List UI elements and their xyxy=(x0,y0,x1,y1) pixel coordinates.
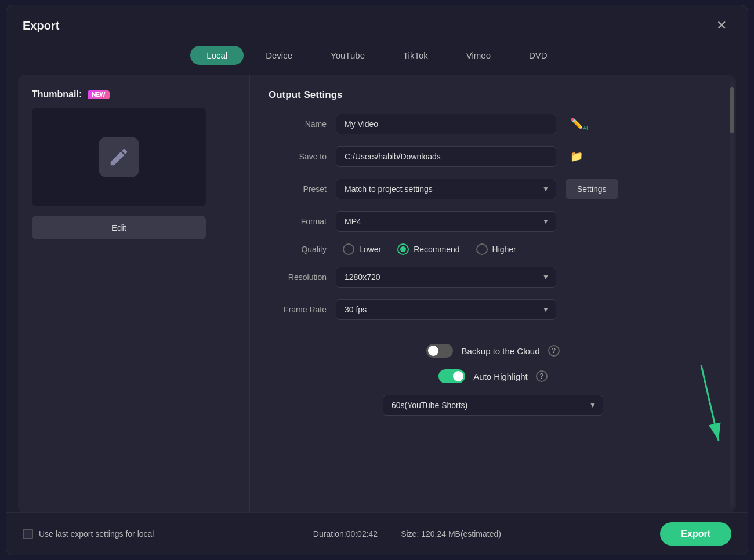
format-select[interactable]: MP4 MOV AVI xyxy=(336,211,556,232)
thumbnail-icon-bg xyxy=(99,137,139,177)
name-label: Name xyxy=(269,119,327,129)
scrollbar-track xyxy=(730,81,734,507)
close-button[interactable]: ✕ xyxy=(712,16,731,35)
autohighlight-row: Auto Highlight ? xyxy=(269,369,717,383)
tab-vimeo[interactable]: Vimeo xyxy=(450,46,507,65)
preset-row: Preset Match to project settings ▼ Setti… xyxy=(269,179,717,199)
quality-higher-option[interactable]: Higher xyxy=(476,243,516,255)
quality-radio-group: Lower Recommend Higher xyxy=(343,243,516,255)
format-row: Format MP4 MOV AVI ▼ xyxy=(269,211,717,232)
export-button[interactable]: Export xyxy=(660,522,731,546)
preset-label: Preset xyxy=(269,184,327,194)
framerate-select[interactable]: 30 fps 24 fps 60 fps xyxy=(336,299,556,320)
dialog-body: Thumbnail: NEW Edit Output Settings Name… xyxy=(18,75,736,512)
dialog-title: Export xyxy=(23,19,59,32)
tab-tiktok[interactable]: TikTok xyxy=(387,46,444,65)
framerate-select-wrap: 30 fps 24 fps 60 fps ▼ xyxy=(336,299,556,320)
thumbnail-text: Thumbnail: xyxy=(32,89,82,100)
edit-button[interactable]: Edit xyxy=(32,216,206,239)
quality-lower-option[interactable]: Lower xyxy=(343,243,381,255)
backup-help-icon[interactable]: ? xyxy=(548,345,560,357)
resolution-select[interactable]: 1280x720 1920x1080 3840x2160 xyxy=(336,267,556,288)
scrollbar-thumb[interactable] xyxy=(730,87,734,133)
tab-device[interactable]: Device xyxy=(249,46,309,65)
preset-select-wrap: Match to project settings ▼ xyxy=(336,179,556,199)
quality-recommend-option[interactable]: Recommend xyxy=(397,243,459,255)
framerate-label: Frame Rate xyxy=(269,305,327,314)
new-badge: NEW xyxy=(88,90,109,99)
autohighlight-toggle[interactable] xyxy=(438,369,465,383)
format-select-wrap: MP4 MOV AVI ▼ xyxy=(336,211,556,232)
dialog-header: Export ✕ xyxy=(6,5,748,35)
output-settings-title: Output Settings xyxy=(269,89,717,101)
last-settings-label: Use last export settings for local xyxy=(39,529,154,539)
quality-higher-radio[interactable] xyxy=(476,243,488,255)
quality-row: Quality Lower Recommend Higher xyxy=(269,243,717,255)
resolution-row: Resolution 1280x720 1920x1080 3840x2160 … xyxy=(269,267,717,288)
name-row: Name ✏️AI xyxy=(269,114,717,134)
backup-toggle[interactable] xyxy=(426,344,453,358)
settings-button[interactable]: Settings xyxy=(566,179,618,199)
resolution-select-wrap: 1280x720 1920x1080 3840x2160 ▼ xyxy=(336,267,556,288)
resolution-label: Resolution xyxy=(269,272,327,282)
format-label: Format xyxy=(269,217,327,226)
name-input[interactable] xyxy=(336,114,556,134)
dialog-footer: Use last export settings for local Durat… xyxy=(6,512,748,555)
preset-select[interactable]: Match to project settings xyxy=(336,179,556,199)
backup-toggle-knob xyxy=(428,346,438,356)
quality-label: Quality xyxy=(269,245,327,254)
thumbnail-section-label: Thumbnail: NEW xyxy=(32,89,110,100)
ai-icon[interactable]: ✏️AI xyxy=(570,117,588,131)
quality-lower-label: Lower xyxy=(359,245,381,254)
tab-youtube[interactable]: YouTube xyxy=(314,46,381,65)
tab-local[interactable]: Local xyxy=(190,46,244,65)
tab-dvd[interactable]: DVD xyxy=(513,46,564,65)
autohighlight-toggle-knob xyxy=(453,371,463,381)
autohighlight-label: Auto Highlight xyxy=(473,372,527,381)
autohighlight-select-wrap: 60s(YouTube Shorts) 30s 90s ▼ xyxy=(383,395,603,416)
left-panel: Thumbnail: NEW Edit xyxy=(18,75,250,512)
backup-label: Backup to the Cloud xyxy=(461,346,539,356)
size-label: Size: 120.24 MB(estimated) xyxy=(401,529,501,539)
quality-lower-radio[interactable] xyxy=(343,243,354,255)
thumbnail-preview xyxy=(32,108,206,206)
framerate-row: Frame Rate 30 fps 24 fps 60 fps ▼ xyxy=(269,299,717,320)
right-panel: Output Settings Name ✏️AI Save to 📁 Pres… xyxy=(250,75,736,512)
edit-pencil-icon xyxy=(108,146,130,168)
quality-higher-label: Higher xyxy=(492,245,516,254)
tabs-bar: Local Device YouTube TikTok Vimeo DVD xyxy=(6,35,748,65)
duration-label: Duration:00:02:42 xyxy=(313,529,378,539)
quality-recommend-label: Recommend xyxy=(414,245,459,254)
save-to-label: Save to xyxy=(269,152,327,161)
autohighlight-select[interactable]: 60s(YouTube Shorts) 30s 90s xyxy=(383,395,603,416)
footer-left: Use last export settings for local xyxy=(23,529,154,539)
export-dialog: Export ✕ Local Device YouTube TikTok Vim… xyxy=(6,5,748,555)
folder-icon[interactable]: 📁 xyxy=(570,150,583,163)
autohighlight-dropdown-wrap: 60s(YouTube Shorts) 30s 90s ▼ xyxy=(269,395,717,416)
quality-recommend-radio[interactable] xyxy=(397,243,409,255)
divider xyxy=(269,332,717,332)
save-to-row: Save to 📁 xyxy=(269,146,717,167)
autohighlight-help-icon[interactable]: ? xyxy=(536,370,548,382)
last-settings-checkbox[interactable] xyxy=(23,529,33,539)
save-to-input[interactable] xyxy=(336,146,556,167)
backup-row: Backup to the Cloud ? xyxy=(269,344,717,358)
footer-meta: Duration:00:02:42 Size: 120.24 MB(estima… xyxy=(313,529,501,539)
